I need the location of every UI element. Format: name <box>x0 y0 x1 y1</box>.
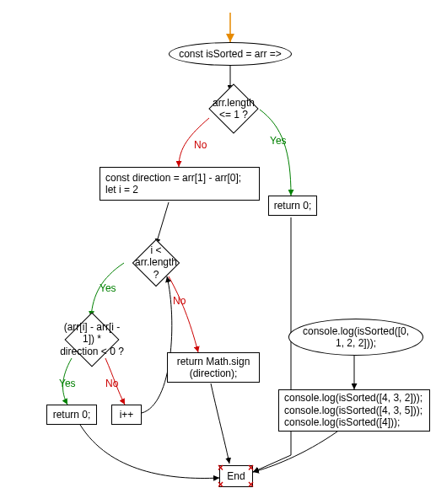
label-cond1-no: No <box>194 139 207 151</box>
return-sign-text: return Math.sign (direction); <box>177 356 250 380</box>
return-zero-text: return 0; <box>53 409 91 421</box>
node-call-block: console.log(isSorted([4, 3, 2])); consol… <box>278 389 430 432</box>
node-start-def: const isSorted = arr => <box>169 42 292 66</box>
edge-callblock-end <box>253 432 337 472</box>
start-def-text: const isSorted = arr => <box>179 48 282 60</box>
node-cond-loop: i < arr.length ? <box>132 239 180 287</box>
edge-ret0-end <box>80 425 219 478</box>
call-block-text: console.log(isSorted([4, 3, 2])); consol… <box>284 392 423 428</box>
end-text: End <box>227 470 245 482</box>
edge-cond1-yes <box>260 110 291 196</box>
edge-assign-loop <box>156 202 169 244</box>
label-loop-yes: Yes <box>100 282 116 294</box>
node-cond-direction: (arr[i] - arr[i - 1]) * direction < 0 ? <box>64 312 119 367</box>
edge-ret0top-end <box>253 217 291 472</box>
cond-direction-text: (arr[i] - arr[i - 1]) * direction < 0 ? <box>58 321 125 357</box>
label-cond1-yes: Yes <box>270 135 287 147</box>
cond-direction-line1: (arr[i] - arr[i - 1]) * <box>64 321 121 345</box>
cond-direction-line2: direction < 0 ? <box>60 346 124 357</box>
label-dir-yes: Yes <box>59 378 76 389</box>
label-dir-no: No <box>105 378 118 389</box>
cond-loop-text: i < arr.length ? <box>133 244 178 281</box>
node-return-zero: return 0; <box>46 405 97 425</box>
node-inc-i: i++ <box>111 405 142 425</box>
return-zero-top-text: return 0; <box>274 200 312 212</box>
cond-length-text: arr.length <= 1 ? <box>210 97 257 121</box>
node-call-first: console.log(isSorted([0, 1, 2, 2])); <box>288 319 423 356</box>
assign-direction-text: const direction = arr[1] - arr[0]; let i… <box>105 172 241 196</box>
node-return-sign: return Math.sign (direction); <box>167 352 260 383</box>
label-loop-no: No <box>173 295 186 307</box>
node-assign-direction: const direction = arr[1] - arr[0]; let i… <box>100 167 260 201</box>
node-return-zero-top: return 0; <box>268 196 317 216</box>
node-cond-length: arr.length <= 1 ? <box>208 83 258 133</box>
inc-i-text: i++ <box>120 409 134 421</box>
edge-loop-no <box>169 276 198 352</box>
edge-inc-back <box>142 276 172 413</box>
edge-retsign-end <box>211 383 229 464</box>
call-first-text: console.log(isSorted([0, 1, 2, 2])); <box>303 325 409 350</box>
flowchart-canvas: const isSorted = arr => arr.length <= 1 … <box>0 0 436 504</box>
node-end: End <box>219 465 253 487</box>
